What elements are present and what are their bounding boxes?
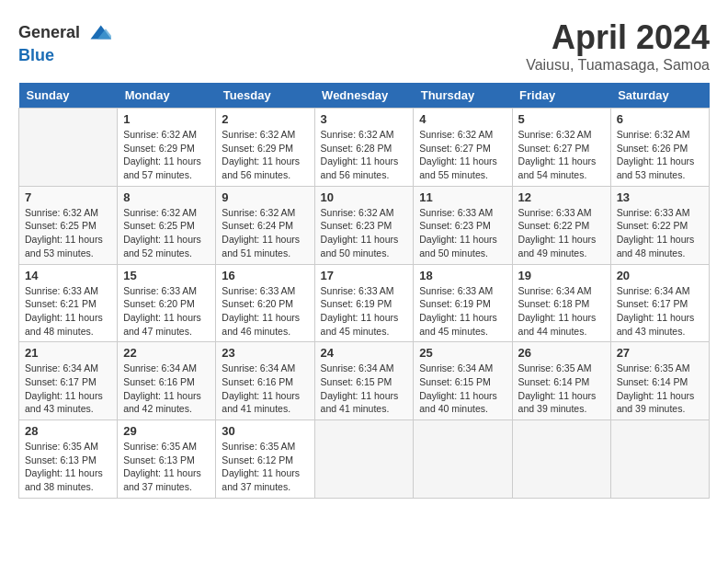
calendar-table: SundayMondayTuesdayWednesdayThursdayFrid… bbox=[18, 83, 710, 499]
calendar-day-cell: 13Sunrise: 6:33 AMSunset: 6:22 PMDayligh… bbox=[610, 186, 709, 264]
day-number: 30 bbox=[222, 424, 308, 438]
day-info: Sunrise: 6:32 AMSunset: 6:27 PMDaylight:… bbox=[518, 128, 605, 182]
day-info: Sunrise: 6:35 AMSunset: 6:13 PMDaylight:… bbox=[25, 440, 111, 494]
calendar-day-cell: 16Sunrise: 6:33 AMSunset: 6:20 PMDayligh… bbox=[216, 264, 314, 342]
day-number: 15 bbox=[123, 269, 210, 282]
day-number: 6 bbox=[617, 112, 703, 126]
day-number: 18 bbox=[419, 269, 506, 282]
calendar-day-cell: 3Sunrise: 6:32 AMSunset: 6:28 PMDaylight… bbox=[314, 109, 414, 187]
day-number: 16 bbox=[222, 269, 308, 282]
calendar-day-cell: 19Sunrise: 6:34 AMSunset: 6:18 PMDayligh… bbox=[512, 264, 610, 342]
subtitle: Vaiusu, Tuamasaga, Samoa bbox=[526, 57, 710, 74]
logo-icon bbox=[84, 18, 111, 46]
day-number: 20 bbox=[617, 269, 703, 282]
calendar-day-cell: 28Sunrise: 6:35 AMSunset: 6:13 PMDayligh… bbox=[19, 420, 118, 499]
title-area: April 2024 Vaiusu, Tuamasaga, Samoa bbox=[526, 18, 710, 74]
logo: General Blue bbox=[18, 18, 111, 65]
calendar-week-row: 1Sunrise: 6:32 AMSunset: 6:29 PMDaylight… bbox=[19, 109, 710, 187]
calendar-day-cell: 7Sunrise: 6:32 AMSunset: 6:25 PMDaylight… bbox=[19, 186, 118, 264]
calendar-day-cell: 1Sunrise: 6:32 AMSunset: 6:29 PMDaylight… bbox=[118, 109, 216, 187]
day-info: Sunrise: 6:34 AMSunset: 6:17 PMDaylight:… bbox=[617, 284, 703, 339]
calendar-day-cell: 5Sunrise: 6:32 AMSunset: 6:27 PMDaylight… bbox=[512, 109, 610, 187]
calendar-day-cell: 27Sunrise: 6:35 AMSunset: 6:14 PMDayligh… bbox=[610, 342, 709, 420]
day-info: Sunrise: 6:33 AMSunset: 6:20 PMDaylight:… bbox=[123, 284, 210, 339]
day-number: 12 bbox=[518, 190, 605, 204]
day-info: Sunrise: 6:33 AMSunset: 6:23 PMDaylight:… bbox=[419, 206, 506, 260]
day-number: 13 bbox=[617, 190, 703, 204]
calendar-day-cell: 26Sunrise: 6:35 AMSunset: 6:14 PMDayligh… bbox=[512, 342, 610, 420]
day-number: 14 bbox=[25, 269, 111, 282]
calendar-day-cell: 11Sunrise: 6:33 AMSunset: 6:23 PMDayligh… bbox=[414, 186, 512, 264]
day-info: Sunrise: 6:35 AMSunset: 6:13 PMDaylight:… bbox=[123, 440, 210, 494]
calendar-week-row: 21Sunrise: 6:34 AMSunset: 6:17 PMDayligh… bbox=[19, 342, 710, 420]
day-number: 26 bbox=[518, 346, 605, 360]
calendar-empty-cell bbox=[19, 109, 118, 187]
day-info: Sunrise: 6:32 AMSunset: 6:29 PMDaylight:… bbox=[222, 128, 308, 182]
calendar-header-wednesday: Wednesday bbox=[314, 83, 414, 109]
day-info: Sunrise: 6:33 AMSunset: 6:22 PMDaylight:… bbox=[617, 206, 703, 260]
calendar-header-sunday: Sunday bbox=[19, 83, 118, 109]
day-info: Sunrise: 6:34 AMSunset: 6:15 PMDaylight:… bbox=[419, 362, 506, 416]
calendar-header-thursday: Thursday bbox=[414, 83, 512, 109]
day-info: Sunrise: 6:32 AMSunset: 6:25 PMDaylight:… bbox=[25, 206, 111, 260]
day-info: Sunrise: 6:35 AMSunset: 6:14 PMDaylight:… bbox=[518, 362, 605, 416]
calendar-empty-cell bbox=[610, 420, 709, 499]
day-info: Sunrise: 6:32 AMSunset: 6:24 PMDaylight:… bbox=[222, 206, 308, 260]
calendar-day-cell: 30Sunrise: 6:35 AMSunset: 6:12 PMDayligh… bbox=[216, 420, 314, 499]
day-info: Sunrise: 6:32 AMSunset: 6:29 PMDaylight:… bbox=[123, 128, 210, 182]
calendar-day-cell: 8Sunrise: 6:32 AMSunset: 6:25 PMDaylight… bbox=[118, 186, 216, 264]
calendar-empty-cell bbox=[414, 420, 512, 499]
day-info: Sunrise: 6:33 AMSunset: 6:19 PMDaylight:… bbox=[419, 284, 506, 339]
calendar-day-cell: 29Sunrise: 6:35 AMSunset: 6:13 PMDayligh… bbox=[118, 420, 216, 499]
day-info: Sunrise: 6:33 AMSunset: 6:22 PMDaylight:… bbox=[518, 206, 605, 260]
day-number: 28 bbox=[25, 424, 111, 438]
day-number: 2 bbox=[222, 112, 308, 126]
calendar-day-cell: 23Sunrise: 6:34 AMSunset: 6:16 PMDayligh… bbox=[216, 342, 314, 420]
calendar-day-cell: 4Sunrise: 6:32 AMSunset: 6:27 PMDaylight… bbox=[414, 109, 512, 187]
day-number: 11 bbox=[419, 190, 506, 204]
calendar-header-saturday: Saturday bbox=[610, 83, 709, 109]
day-number: 17 bbox=[321, 269, 408, 282]
day-number: 9 bbox=[222, 190, 308, 204]
calendar-empty-cell bbox=[512, 420, 610, 499]
day-info: Sunrise: 6:32 AMSunset: 6:28 PMDaylight:… bbox=[321, 128, 408, 182]
day-info: Sunrise: 6:34 AMSunset: 6:18 PMDaylight:… bbox=[518, 284, 605, 339]
day-info: Sunrise: 6:35 AMSunset: 6:14 PMDaylight:… bbox=[617, 362, 703, 416]
day-number: 4 bbox=[419, 112, 506, 126]
day-number: 19 bbox=[518, 269, 605, 282]
calendar-week-row: 7Sunrise: 6:32 AMSunset: 6:25 PMDaylight… bbox=[19, 186, 710, 264]
calendar-day-cell: 6Sunrise: 6:32 AMSunset: 6:26 PMDaylight… bbox=[610, 109, 709, 187]
calendar-day-cell: 21Sunrise: 6:34 AMSunset: 6:17 PMDayligh… bbox=[19, 342, 118, 420]
calendar-empty-cell bbox=[314, 420, 414, 499]
logo-general-text: General bbox=[18, 23, 80, 42]
calendar-day-cell: 9Sunrise: 6:32 AMSunset: 6:24 PMDaylight… bbox=[216, 186, 314, 264]
day-info: Sunrise: 6:35 AMSunset: 6:12 PMDaylight:… bbox=[222, 440, 308, 494]
calendar-day-cell: 15Sunrise: 6:33 AMSunset: 6:20 PMDayligh… bbox=[118, 264, 216, 342]
day-number: 7 bbox=[25, 190, 111, 204]
day-number: 23 bbox=[222, 346, 308, 360]
calendar-day-cell: 17Sunrise: 6:33 AMSunset: 6:19 PMDayligh… bbox=[314, 264, 414, 342]
day-number: 29 bbox=[123, 424, 210, 438]
calendar-header-tuesday: Tuesday bbox=[216, 83, 314, 109]
calendar-day-cell: 14Sunrise: 6:33 AMSunset: 6:21 PMDayligh… bbox=[19, 264, 118, 342]
calendar-week-row: 14Sunrise: 6:33 AMSunset: 6:21 PMDayligh… bbox=[19, 264, 710, 342]
calendar-day-cell: 10Sunrise: 6:32 AMSunset: 6:23 PMDayligh… bbox=[314, 186, 414, 264]
day-info: Sunrise: 6:34 AMSunset: 6:15 PMDaylight:… bbox=[321, 362, 408, 416]
calendar-header-row: SundayMondayTuesdayWednesdayThursdayFrid… bbox=[19, 83, 710, 109]
calendar-week-row: 28Sunrise: 6:35 AMSunset: 6:13 PMDayligh… bbox=[19, 420, 710, 499]
calendar-header-monday: Monday bbox=[118, 83, 216, 109]
day-info: Sunrise: 6:33 AMSunset: 6:20 PMDaylight:… bbox=[222, 284, 308, 339]
day-number: 21 bbox=[25, 346, 111, 360]
logo-blue-text: Blue bbox=[18, 46, 54, 64]
calendar-day-cell: 22Sunrise: 6:34 AMSunset: 6:16 PMDayligh… bbox=[118, 342, 216, 420]
day-info: Sunrise: 6:32 AMSunset: 6:26 PMDaylight:… bbox=[617, 128, 703, 182]
day-info: Sunrise: 6:34 AMSunset: 6:17 PMDaylight:… bbox=[25, 362, 111, 416]
day-number: 3 bbox=[321, 112, 408, 126]
calendar-day-cell: 18Sunrise: 6:33 AMSunset: 6:19 PMDayligh… bbox=[414, 264, 512, 342]
calendar-day-cell: 24Sunrise: 6:34 AMSunset: 6:15 PMDayligh… bbox=[314, 342, 414, 420]
calendar-day-cell: 12Sunrise: 6:33 AMSunset: 6:22 PMDayligh… bbox=[512, 186, 610, 264]
day-number: 5 bbox=[518, 112, 605, 126]
day-number: 24 bbox=[321, 346, 408, 360]
day-info: Sunrise: 6:33 AMSunset: 6:21 PMDaylight:… bbox=[25, 284, 111, 339]
day-info: Sunrise: 6:32 AMSunset: 6:27 PMDaylight:… bbox=[419, 128, 506, 182]
